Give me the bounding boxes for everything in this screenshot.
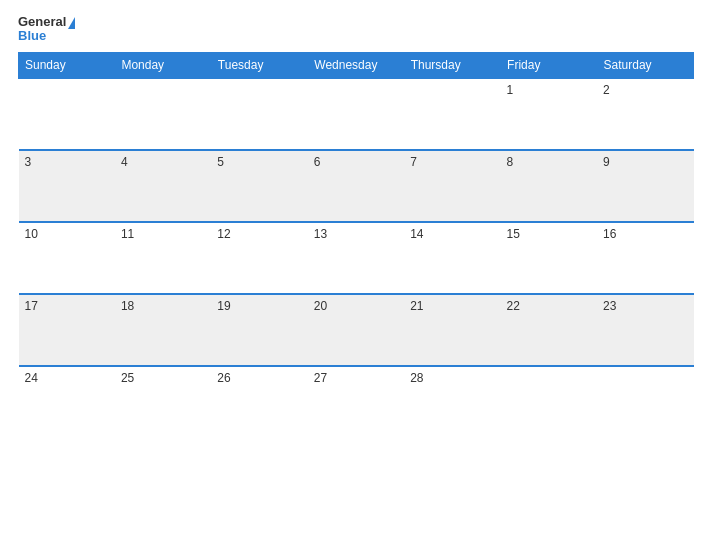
day-number: 6 xyxy=(314,155,321,169)
calendar-day-cell xyxy=(211,78,307,150)
logo-general-text: General xyxy=(18,15,75,29)
calendar-day-cell: 6 xyxy=(308,150,404,222)
day-of-week-header: Wednesday xyxy=(308,52,404,78)
calendar-day-cell: 11 xyxy=(115,222,211,294)
calendar-week-row: 3456789 xyxy=(19,150,694,222)
day-number: 5 xyxy=(217,155,224,169)
day-number: 17 xyxy=(25,299,38,313)
calendar-day-cell: 2 xyxy=(597,78,693,150)
day-number: 21 xyxy=(410,299,423,313)
day-number: 11 xyxy=(121,227,134,241)
day-of-week-header: Sunday xyxy=(19,52,115,78)
calendar-day-cell: 27 xyxy=(308,366,404,438)
header: General Blue xyxy=(18,15,694,42)
day-number: 23 xyxy=(603,299,616,313)
day-of-week-header: Saturday xyxy=(597,52,693,78)
day-number: 19 xyxy=(217,299,230,313)
calendar-day-cell: 14 xyxy=(404,222,500,294)
calendar-day-cell: 4 xyxy=(115,150,211,222)
day-number: 14 xyxy=(410,227,423,241)
calendar-week-row: 10111213141516 xyxy=(19,222,694,294)
day-number: 8 xyxy=(507,155,514,169)
calendar-day-cell: 13 xyxy=(308,222,404,294)
calendar-day-cell: 1 xyxy=(501,78,597,150)
day-number: 3 xyxy=(25,155,32,169)
day-number: 4 xyxy=(121,155,128,169)
page: General Blue SundayMondayTuesdayWednesda… xyxy=(0,0,712,550)
calendar-day-cell: 9 xyxy=(597,150,693,222)
day-number: 10 xyxy=(25,227,38,241)
day-number: 27 xyxy=(314,371,327,385)
day-of-week-header: Monday xyxy=(115,52,211,78)
calendar-day-cell xyxy=(597,366,693,438)
calendar-day-cell: 15 xyxy=(501,222,597,294)
calendar-day-cell: 18 xyxy=(115,294,211,366)
day-number: 1 xyxy=(507,83,514,97)
day-number: 26 xyxy=(217,371,230,385)
day-of-week-header: Tuesday xyxy=(211,52,307,78)
day-number: 20 xyxy=(314,299,327,313)
calendar-day-cell: 7 xyxy=(404,150,500,222)
day-number: 12 xyxy=(217,227,230,241)
logo-blue-text: Blue xyxy=(18,29,46,42)
day-number: 9 xyxy=(603,155,610,169)
day-number: 7 xyxy=(410,155,417,169)
calendar-day-cell: 23 xyxy=(597,294,693,366)
calendar-table: SundayMondayTuesdayWednesdayThursdayFrid… xyxy=(18,52,694,438)
calendar-day-cell: 3 xyxy=(19,150,115,222)
day-of-week-header: Thursday xyxy=(404,52,500,78)
calendar-week-row: 12 xyxy=(19,78,694,150)
calendar-day-cell: 21 xyxy=(404,294,500,366)
calendar-day-cell: 19 xyxy=(211,294,307,366)
calendar-day-cell: 10 xyxy=(19,222,115,294)
calendar-day-cell: 24 xyxy=(19,366,115,438)
calendar-day-cell: 20 xyxy=(308,294,404,366)
logo: General Blue xyxy=(18,15,75,42)
day-number: 28 xyxy=(410,371,423,385)
calendar-day-cell: 17 xyxy=(19,294,115,366)
calendar-day-cell xyxy=(501,366,597,438)
calendar-day-cell xyxy=(404,78,500,150)
calendar-day-cell: 22 xyxy=(501,294,597,366)
calendar-day-cell: 8 xyxy=(501,150,597,222)
day-number: 15 xyxy=(507,227,520,241)
calendar-week-row: 2425262728 xyxy=(19,366,694,438)
calendar-day-cell xyxy=(19,78,115,150)
calendar-day-cell xyxy=(308,78,404,150)
calendar-day-cell: 25 xyxy=(115,366,211,438)
day-number: 25 xyxy=(121,371,134,385)
calendar-day-cell: 28 xyxy=(404,366,500,438)
logo-triangle-icon xyxy=(68,17,75,29)
day-number: 22 xyxy=(507,299,520,313)
day-number: 16 xyxy=(603,227,616,241)
calendar-week-row: 17181920212223 xyxy=(19,294,694,366)
calendar-day-cell: 26 xyxy=(211,366,307,438)
calendar-day-cell: 16 xyxy=(597,222,693,294)
day-number: 2 xyxy=(603,83,610,97)
day-number: 18 xyxy=(121,299,134,313)
calendar-day-cell: 12 xyxy=(211,222,307,294)
calendar-day-cell xyxy=(115,78,211,150)
calendar-header-row: SundayMondayTuesdayWednesdayThursdayFrid… xyxy=(19,52,694,78)
day-number: 13 xyxy=(314,227,327,241)
day-number: 24 xyxy=(25,371,38,385)
day-of-week-header: Friday xyxy=(501,52,597,78)
calendar-day-cell: 5 xyxy=(211,150,307,222)
